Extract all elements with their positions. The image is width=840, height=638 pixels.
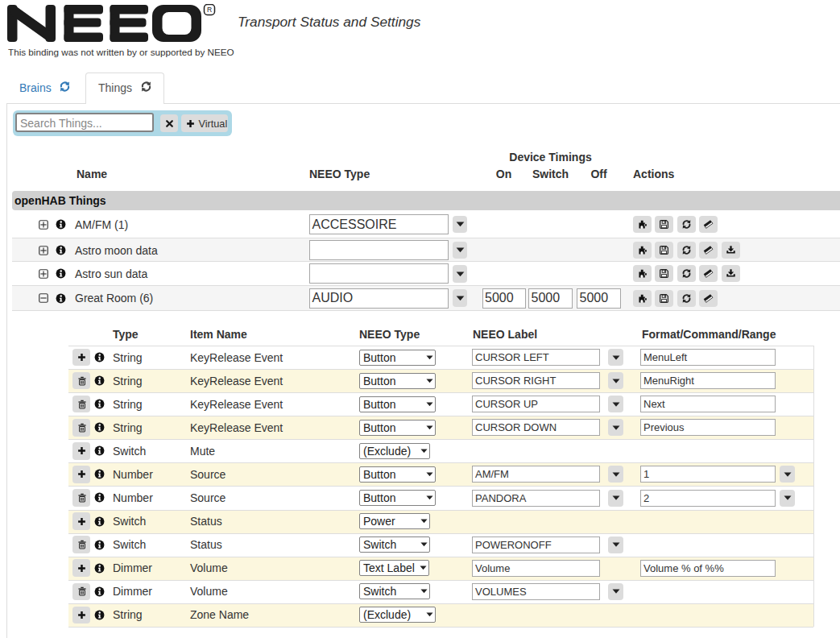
svg-text:R: R xyxy=(207,6,212,14)
